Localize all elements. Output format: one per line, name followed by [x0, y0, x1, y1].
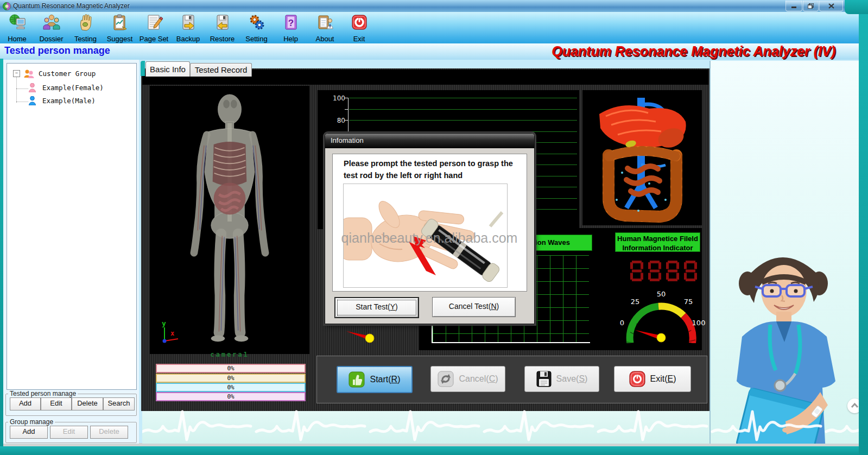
chevron-up-icon: [847, 399, 859, 413]
promo-panel: [711, 61, 859, 444]
minimize-button[interactable]: [785, 1, 802, 11]
close-button[interactable]: [819, 1, 843, 11]
axis-indicator: y x: [159, 319, 183, 345]
dialog-start-test-button[interactable]: Start Test(Y): [334, 297, 419, 318]
frame-top-right: [845, 0, 868, 14]
collapse-icon[interactable]: −: [13, 70, 20, 77]
tab-strip-accent: [141, 61, 145, 76]
watermark-text: qianhebeauty.en.alibaba.com: [337, 230, 522, 246]
dialog-content: Please prompt the tested person to grasp…: [332, 154, 527, 292]
section-title: Tested person manage: [4, 45, 110, 56]
toolbar-restore[interactable]: Restore: [205, 12, 239, 43]
help-icon: ?: [282, 14, 300, 31]
home-icon: [9, 14, 26, 31]
about-icon: [316, 14, 334, 31]
application-window: Quantum Resonance Magnetic Analyzer Home…: [0, 0, 868, 455]
toolbar-pageset[interactable]: Page Set: [137, 12, 171, 43]
male-person-icon: [29, 96, 36, 105]
toolbar-backup[interactable]: Backup: [171, 12, 205, 43]
gauge-tick: 75: [684, 298, 693, 306]
person-edit-button[interactable]: Edit: [41, 397, 72, 410]
start-button[interactable]: Start(R): [337, 366, 413, 393]
dialog-message-line1: Please prompt the tested person to grasp…: [344, 159, 513, 168]
toolbar-home[interactable]: Home: [0, 12, 34, 43]
person-add-button[interactable]: Add: [10, 397, 41, 410]
toolbar-dossier[interactable]: Dossier: [34, 12, 68, 43]
y-tick: 80: [325, 117, 345, 124]
person-delete-button[interactable]: Delete: [72, 397, 103, 410]
waves-x-axis: [432, 342, 590, 343]
frame-bottom: [0, 446, 868, 455]
dialog-title-bar[interactable]: Infomation: [325, 134, 534, 148]
female-person-icon: [29, 83, 36, 92]
progress-bar: 0%: [156, 392, 306, 401]
group-delete-button[interactable]: Delete: [90, 426, 128, 439]
organs-illustration: [584, 91, 701, 224]
gauge-tick: 25: [631, 298, 640, 306]
progress-bar: 0%: [156, 374, 306, 383]
tree-node-label: Customer Group: [39, 69, 96, 78]
testing-hand-icon: [77, 14, 94, 31]
customer-tree: − Customer Group Example(Female) Example…: [7, 63, 137, 390]
tree-node-customer-group[interactable]: − Customer Group: [13, 69, 96, 78]
information-dialog: Infomation Please prompt the tested pers…: [325, 133, 535, 324]
group-add-button[interactable]: Add: [10, 426, 48, 439]
save-button[interactable]: Save(S): [524, 366, 599, 392]
window-title: Quantum Resonance Magnetic Analyzer: [13, 2, 130, 10]
dialog-message-line2: test rod by the left or right hand: [344, 171, 462, 180]
human-body-model[interactable]: [175, 92, 284, 347]
setting-gears-icon: [248, 14, 265, 31]
sidebar: − Customer Group Example(Female) Example…: [3, 60, 139, 444]
page-set-icon: [145, 14, 163, 31]
power-icon: [629, 371, 645, 387]
tab-tested-record[interactable]: Tested Record: [190, 63, 252, 77]
tree-node-example-male[interactable]: Example(Male): [29, 96, 96, 105]
backup-icon: [180, 14, 197, 31]
indicator-panel: Human Magnetice Fileld Information Indic…: [594, 228, 702, 350]
nurse-photo: [711, 239, 859, 444]
indicator-title: Human Magnetice Fileld Information Indic…: [615, 232, 700, 252]
restore-icon: [214, 14, 231, 31]
toolbar-help[interactable]: ? Help: [274, 12, 308, 43]
title-bar: Quantum Resonance Magnetic Analyzer: [0, 0, 868, 12]
toolbar-testing[interactable]: Testing: [68, 12, 103, 43]
scroll-top-widget[interactable]: [847, 399, 859, 413]
dossier-icon: [43, 14, 60, 31]
dialog-cancel-test-button[interactable]: Cancel Test(N): [432, 297, 516, 317]
tree-node-example-female[interactable]: Example(Female): [29, 83, 104, 92]
toolbar: Home Dossier Testing Suggest Page Set Ba…: [0, 12, 868, 43]
maximize-button[interactable]: [803, 1, 819, 11]
group-manage-legend: Group manage: [8, 418, 55, 426]
toolbar-suggest[interactable]: Suggest: [103, 12, 137, 43]
exit-icon: [351, 14, 368, 31]
refresh-arrows-icon: [438, 371, 454, 387]
gauge-tick: 50: [657, 290, 666, 298]
gauge-tick: 100: [692, 319, 706, 327]
axis-x-glyph: x: [170, 330, 174, 337]
frame-right: [859, 0, 868, 455]
bottom-strip: [142, 411, 709, 444]
tree-node-label: Example(Male): [42, 97, 96, 105]
group-people-icon: [23, 69, 34, 78]
app-logo-icon: [3, 2, 11, 10]
progress-bar: 0%: [156, 383, 306, 392]
camera-label: camera1: [150, 351, 309, 358]
person-search-button[interactable]: Search: [103, 397, 135, 410]
gauge-tick: 0: [620, 319, 624, 327]
tab-basic-info[interactable]: Basic Info: [145, 61, 190, 77]
body-viewport: y x: [150, 86, 309, 354]
organ-view-panel: [582, 90, 702, 225]
cancel-button[interactable]: Cancel(C): [430, 366, 505, 392]
svg-text:?: ?: [288, 18, 293, 28]
progress-bar: 0%: [156, 364, 306, 373]
tree-node-label: Example(Female): [42, 84, 104, 92]
toolbar-setting[interactable]: Setting: [239, 12, 274, 43]
suggest-icon: [111, 14, 129, 31]
toolbar-exit[interactable]: Exit: [342, 12, 376, 43]
thumbs-up-icon: [349, 371, 365, 388]
group-edit-button[interactable]: Edit: [50, 426, 88, 439]
toolbar-about[interactable]: About: [308, 12, 342, 43]
digital-display: [630, 261, 702, 282]
exit-button[interactable]: Exit(E): [614, 366, 691, 392]
y-tick: 100: [325, 94, 345, 102]
